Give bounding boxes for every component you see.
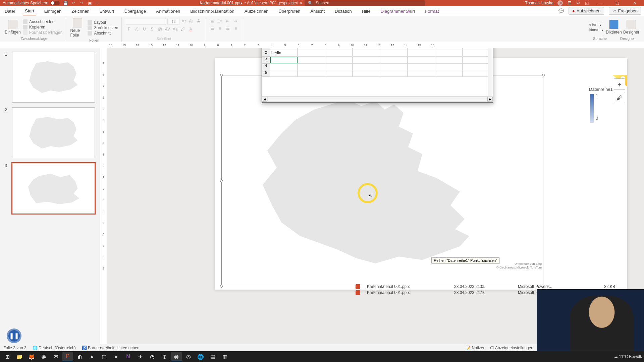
tab-uebergange[interactable]: Übergänge [122,7,148,15]
cell[interactable] [380,50,408,57]
saved-location-note[interactable]: • Auf "diesem PC" gespeichert ∨ [245,1,303,5]
cell-selected[interactable] [270,57,298,63]
spacing-icon[interactable]: AV [164,26,170,32]
map-plot-area[interactable]: ↖ Reihen "Datenreihe1" Punkt "sachsen" U… [222,93,543,270]
undo-icon[interactable]: ↶ [71,1,76,5]
cell[interactable] [408,50,435,57]
cell[interactable] [380,63,408,70]
taskbar-vlc-icon[interactable]: ▲ [87,352,97,361]
cell[interactable] [408,63,435,70]
map-region-shape[interactable] [249,96,483,267]
slideshow-from-start-icon[interactable]: ▣ [87,1,92,5]
taskbar-onenote-icon[interactable]: N [123,352,133,361]
comments-icon[interactable]: 💬 [558,8,564,13]
chart-object[interactable]: Diagrammtitel ↖ Reihen "Datenreihe1" Pun… [221,75,543,286]
tab-einfuegen[interactable]: Einfügen [42,7,63,15]
cell[interactable] [408,57,435,63]
tab-entwurf[interactable]: Entwurf [98,7,116,15]
indent-inc-icon[interactable]: ⇥ [232,18,238,24]
cell[interactable] [325,57,353,63]
start-button[interactable]: ⊞ [2,352,13,361]
grow-font-icon[interactable]: A↑ [181,18,187,24]
tab-hilfe[interactable]: Hilfe [360,7,373,15]
mark-dropdown[interactable]: kieren∨ [589,27,604,32]
cell[interactable] [325,63,353,70]
taskbar-outlook-icon[interactable]: ✉ [50,352,61,361]
cell[interactable] [435,63,463,70]
titlebar-icon-3[interactable]: ◱ [584,1,589,5]
taskbar-edge-icon[interactable]: 🌐 [195,352,206,361]
tab-zeichnen[interactable]: Zeichnen [69,7,91,15]
clear-format-icon[interactable]: A̶ [196,18,202,24]
tab-bildschirm[interactable]: Bildschirmpräsentation [188,7,236,15]
taskbar-telegram-icon[interactable]: ✈ [135,352,146,361]
cell[interactable] [325,50,353,57]
taskbar-app-icon[interactable]: ▥ [219,352,230,361]
cell[interactable] [298,50,325,57]
italic-icon[interactable]: K [133,26,140,32]
cut-button[interactable]: Ausschneiden [23,19,62,24]
taskbar-chrome-icon[interactable]: ◉ [38,352,49,361]
save-icon[interactable]: 💾 [63,1,68,5]
cell[interactable] [463,57,490,63]
more-icon[interactable]: ⋯ [95,1,100,5]
cell[interactable] [435,50,463,57]
file-row[interactable]: Kartenmaterial 001.pptx28.04.2023 21:05M… [356,284,644,290]
justify-icon[interactable]: ≡ [232,25,238,32]
taskbar-app-icon[interactable]: ▢ [99,352,109,361]
sheet-vscroll[interactable]: ▲ [488,48,493,96]
tab-diagrammentwurf[interactable]: Diagrammentwurf [379,7,417,15]
cell[interactable]: berlin [270,50,298,57]
align-left-icon[interactable]: ☰ [209,25,215,32]
cell[interactable] [435,70,463,77]
maximize-button[interactable]: ▢ [610,0,624,6]
tab-start[interactable]: Start [23,6,36,15]
cell[interactable] [353,57,380,63]
selection-handle[interactable] [220,74,223,76]
cell[interactable] [298,70,325,77]
row-header[interactable]: 3 [262,57,270,63]
shrink-font-icon[interactable]: A↓ [188,18,194,24]
user-avatar[interactable]: TH [557,0,563,6]
indent-dec-icon[interactable]: ⇤ [225,18,231,24]
tab-format[interactable]: Format [423,7,441,15]
taskbar-powerpoint-icon[interactable]: P [62,352,73,361]
numbering-icon[interactable]: 1≡ [217,18,223,24]
cell[interactable] [353,70,380,77]
shadow-icon[interactable]: ab [157,26,163,32]
cell[interactable] [353,63,380,70]
edit-dropdown[interactable]: eiten∨ [589,22,604,27]
tab-datei[interactable]: Datei [3,7,17,15]
tab-aufzeichnen[interactable]: Aufzeichnen [243,7,271,15]
row-header[interactable]: 4 [262,63,270,70]
redo-icon[interactable]: ↷ [79,1,84,5]
slide-thumbnail-1[interactable] [12,52,95,103]
language-status[interactable]: 🌐 Deutsch (Österreich) [33,346,76,350]
tab-animationen[interactable]: Animationen [154,7,182,15]
notes-button[interactable]: 📝 Notizen [466,346,485,350]
play-pause-badge[interactable]: ❚❚ [7,328,21,343]
cell[interactable] [298,57,325,63]
reset-button[interactable]: Zurücksetzen [88,25,118,30]
row-header[interactable]: 5 [262,70,270,77]
font-color-icon[interactable]: A [187,26,194,32]
slide-counter[interactable]: Folie 3 von 3 [3,346,26,350]
new-slide-button[interactable]: Neue Folie [70,18,85,38]
weather-widget[interactable]: ☁ 11°C Bewölk [614,354,642,359]
font-size-dropdown[interactable]: 18 [167,18,179,25]
user-name[interactable]: Thomas Hruska [525,1,553,5]
layout-button[interactable]: Layout [88,20,118,25]
align-right-icon[interactable]: ☰ [225,25,231,32]
minimize-button[interactable]: — [593,0,606,6]
selection-handle[interactable] [542,74,545,76]
close-button[interactable]: ✕ [628,0,641,6]
toggle-switch-icon[interactable] [50,1,60,5]
taskbar-app-icon[interactable]: ◔ [147,352,158,361]
titlebar-icon-2[interactable]: ⚙ [576,1,580,5]
slide-thumbnail-2[interactable] [12,107,95,158]
cell[interactable] [380,70,408,77]
taskbar-obs-icon[interactable]: ◉ [171,352,182,361]
record-button[interactable]: ●Aufzeichnen [569,7,604,15]
taskbar-app-icon[interactable]: ⊕ [159,352,170,361]
cell[interactable] [380,57,408,63]
